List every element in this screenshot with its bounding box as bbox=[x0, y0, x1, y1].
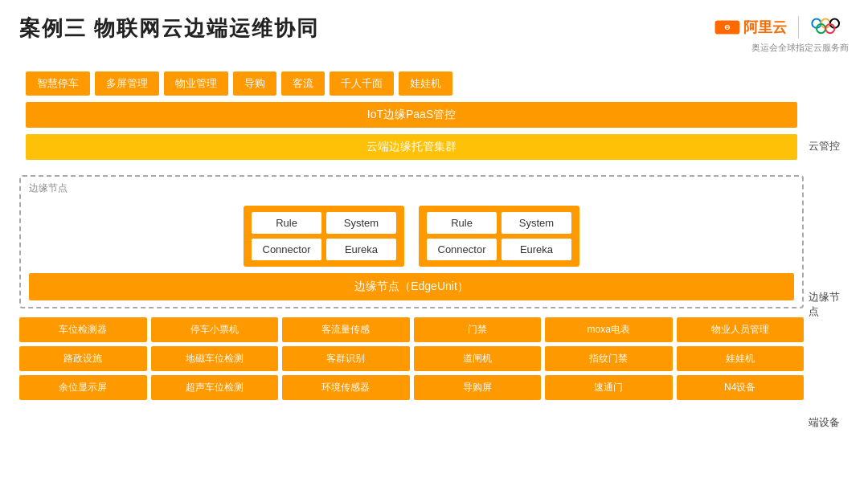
device-14: 环境传感器 bbox=[282, 375, 410, 400]
edge-unit-bar: 边缘节点（EdgeUnit） bbox=[29, 273, 794, 300]
inner-box-system-0: System bbox=[326, 212, 396, 234]
right-annotation-col: 云管控 边缘节点 端设备 bbox=[804, 65, 849, 430]
device-15: 导购屏 bbox=[414, 375, 542, 400]
cloud-section: 智慧停车 多屏管理 物业管理 导购 客流 千人千面 娃娃机 IoT边缘PaaS管… bbox=[19, 65, 804, 166]
page-title: 案例三 物联网云边端运维协同 bbox=[19, 14, 319, 43]
logo-subtitle: 奥运会全球指定云服务商 bbox=[751, 42, 849, 54]
inner-box-eureka-1: Eureka bbox=[502, 239, 571, 260]
app-box-3: 导购 bbox=[233, 71, 276, 96]
logo-divider bbox=[798, 16, 799, 39]
olympic-rings-icon bbox=[810, 14, 849, 40]
devices-grid: 车位检测器 停车小票机 客流量传感 门禁 moxa电表 物业人员管理 路政设施 … bbox=[19, 317, 804, 400]
app-box-4: 客流 bbox=[281, 71, 325, 96]
cloud-spacer bbox=[809, 65, 849, 139]
smart-building-wrapper: 边缘节点 Rule System Connector Eureka Rule bbox=[19, 175, 804, 308]
iot-bar: IoT边缘PaaS管控 bbox=[26, 102, 797, 128]
device-11: 娃娃机 bbox=[677, 346, 805, 371]
device-3: 门禁 bbox=[414, 317, 542, 342]
smart-building-label: 边缘节点 bbox=[29, 182, 68, 195]
header: 案例三 物联网云边端运维协同 ⊖ 阿里云 bbox=[19, 14, 849, 54]
aliyun-text: 阿里云 bbox=[743, 18, 787, 37]
logo-brand: ⊖ 阿里云 bbox=[714, 14, 849, 40]
edge-node-group-1: Rule System Connector Eureka bbox=[419, 206, 579, 267]
device-5: 物业人员管理 bbox=[677, 317, 805, 342]
device-16: 速通门 bbox=[545, 375, 673, 400]
device-13: 超声车位检测 bbox=[151, 375, 279, 400]
edge-nodes-row: Rule System Connector Eureka Rule System… bbox=[29, 206, 794, 267]
aliyun-icon: ⊖ bbox=[714, 18, 740, 37]
inner-box-rule-0: Rule bbox=[252, 212, 321, 234]
cloud-label: 云管控 bbox=[809, 139, 849, 153]
logo-area: ⊖ 阿里云 奥运会全球指定云服务商 bbox=[714, 14, 849, 54]
app-box-1: 多屏管理 bbox=[95, 71, 159, 96]
device-0: 车位检测器 bbox=[19, 317, 147, 342]
inner-box-rule-1: Rule bbox=[427, 212, 497, 234]
device-9: 道闸机 bbox=[414, 346, 542, 371]
device-1: 停车小票机 bbox=[151, 317, 279, 342]
inner-box-eureka-0: Eureka bbox=[326, 239, 396, 260]
device-4: moxa电表 bbox=[545, 317, 673, 342]
device-8: 客群识别 bbox=[282, 346, 410, 371]
app-row: 智慧停车 多屏管理 物业管理 导购 客流 千人千面 娃娃机 bbox=[26, 71, 797, 96]
smart-building: 边缘节点 Rule System Connector Eureka Rule bbox=[19, 175, 804, 308]
app-box-6: 娃娃机 bbox=[399, 71, 452, 96]
device-10: 指纹门禁 bbox=[545, 346, 673, 371]
edge-node-group-0: Rule System Connector Eureka bbox=[244, 206, 404, 267]
device-7: 地磁车位检测 bbox=[151, 346, 279, 371]
app-box-0: 智慧停车 bbox=[26, 71, 90, 96]
device-2: 客流量传感 bbox=[282, 317, 410, 342]
inner-box-system-1: System bbox=[502, 212, 571, 234]
device-17: N4设备 bbox=[677, 375, 805, 400]
svg-text:⊖: ⊖ bbox=[724, 22, 731, 31]
cloud-bar: 云端边缘托管集群 bbox=[26, 134, 797, 160]
devices-section: 车位检测器 停车小票机 客流量传感 门禁 moxa电表 物业人员管理 路政设施 … bbox=[19, 317, 804, 400]
device-12: 余位显示屏 bbox=[19, 375, 147, 400]
app-box-2: 物业管理 bbox=[164, 71, 228, 96]
aliyun-logo: ⊖ 阿里云 bbox=[714, 18, 787, 37]
edge-label: 边缘节点 bbox=[809, 290, 849, 319]
device-6: 路政设施 bbox=[19, 346, 147, 371]
edge-spacer bbox=[809, 153, 849, 290]
content-column: 智慧停车 多屏管理 物业管理 导购 客流 千人千面 娃娃机 IoT边缘PaaS管… bbox=[19, 65, 804, 430]
inner-box-connector-0: Connector bbox=[252, 239, 321, 260]
whole-diagram: 智慧停车 多屏管理 物业管理 导购 客流 千人千面 娃娃机 IoT边缘PaaS管… bbox=[19, 65, 849, 430]
device-spacer bbox=[809, 319, 849, 415]
page: 案例三 物联网云边端运维协同 ⊖ 阿里云 bbox=[0, 0, 868, 486]
app-box-5: 千人千面 bbox=[330, 71, 394, 96]
device-label: 端设备 bbox=[809, 415, 849, 430]
inner-box-connector-1: Connector bbox=[427, 239, 497, 260]
